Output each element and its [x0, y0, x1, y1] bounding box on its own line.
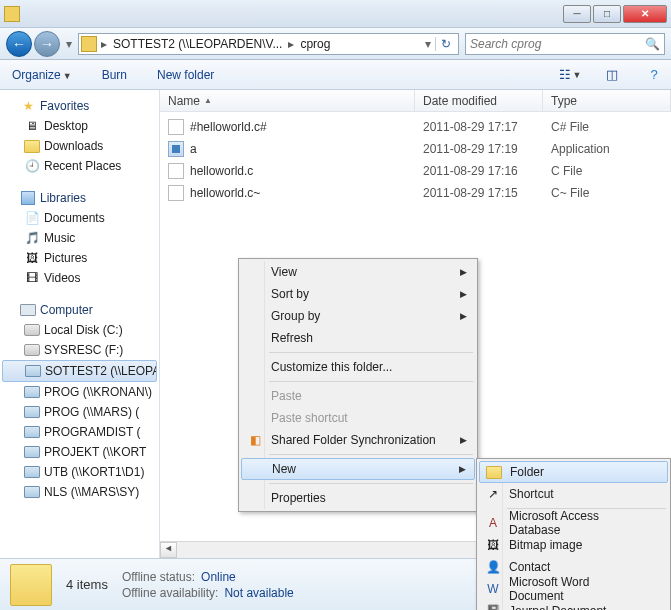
network-drive-icon [24, 384, 40, 400]
scroll-left-button[interactable]: ◄ [160, 542, 177, 558]
breadcrumb-segment[interactable]: SOTTEST2 (\\LEOPARDEN\V... [110, 37, 285, 51]
file-row[interactable]: helloworld.c 2011-08-29 17:16 C File [160, 160, 671, 182]
window-icon [4, 6, 20, 22]
minimize-button[interactable]: ─ [563, 5, 591, 23]
breadcrumb-sep-icon[interactable]: ▸ [285, 37, 297, 51]
maximize-button[interactable]: □ [593, 5, 621, 23]
ctx-customize[interactable]: Customize this folder... [241, 356, 475, 378]
address-dropdown-icon[interactable]: ▾ [421, 37, 435, 51]
refresh-icon[interactable]: ↻ [435, 37, 456, 51]
column-header-date[interactable]: Date modified [415, 90, 543, 111]
sidebar-group-computer[interactable]: Computer [2, 300, 157, 320]
sidebar-item-drive[interactable]: SYSRESC (F:) [2, 340, 157, 360]
file-row[interactable]: helloworld.c~ 2011-08-29 17:15 C~ File [160, 182, 671, 204]
sidebar-item-pictures[interactable]: 🖼Pictures [2, 248, 157, 268]
file-row[interactable]: #helloworld.c# 2011-08-29 17:17 C# File [160, 116, 671, 138]
ctx-shared-sync[interactable]: ◧Shared Folder Synchronization▶ [241, 429, 475, 451]
address-bar[interactable]: ▸ SOTTEST2 (\\LEOPARDEN\V... ▸ cprog ▾ ↻ [78, 33, 459, 55]
sidebar-item-drive[interactable]: NLS (\\MARS\SY) [2, 482, 157, 502]
sub-word[interactable]: WMicrosoft Word Document [479, 578, 668, 600]
ctx-separator [269, 483, 473, 484]
network-drive-icon [24, 484, 40, 500]
view-options-button[interactable]: ☷ ▼ [559, 65, 581, 85]
shortcut-icon: ↗ [485, 486, 501, 502]
new-submenu: Folder ↗Shortcut AMicrosoft Access Datab… [476, 458, 671, 610]
sort-asc-icon: ▲ [204, 96, 212, 105]
back-button[interactable]: ← [6, 31, 32, 57]
ctx-refresh[interactable]: Refresh [241, 327, 475, 349]
music-icon: 🎵 [24, 230, 40, 246]
sidebar-item-drive[interactable]: PROG (\\MARS) ( [2, 402, 157, 422]
status-value: Not available [224, 586, 293, 600]
sidebar-item-downloads[interactable]: Downloads [2, 136, 157, 156]
sidebar-item-drive[interactable]: Local Disk (C:) [2, 320, 157, 340]
file-type: C File [543, 163, 671, 179]
submenu-arrow-icon: ▶ [460, 289, 467, 299]
ctx-groupby[interactable]: Group by▶ [241, 305, 475, 327]
sidebar-item-videos[interactable]: 🎞Videos [2, 268, 157, 288]
sidebar-item-desktop[interactable]: 🖥Desktop [2, 116, 157, 136]
sidebar-item-recent[interactable]: 🕘Recent Places [2, 156, 157, 176]
new-folder-button[interactable]: New folder [151, 65, 220, 85]
ctx-view[interactable]: View▶ [241, 261, 475, 283]
search-icon[interactable]: 🔍 [645, 37, 660, 51]
ctx-properties[interactable]: Properties [241, 487, 475, 509]
recent-icon: 🕘 [24, 158, 40, 174]
folder-icon [81, 36, 97, 52]
help-button[interactable]: ? [643, 65, 665, 85]
submenu-arrow-icon: ▶ [460, 435, 467, 445]
sub-journal[interactable]: 📓Journal Document [479, 600, 668, 610]
disk-icon [24, 322, 40, 338]
submenu-arrow-icon: ▶ [459, 464, 466, 474]
desktop-icon: 🖥 [24, 118, 40, 134]
organize-button[interactable]: Organize▼ [6, 65, 78, 85]
app-icon [168, 141, 184, 157]
submenu-arrow-icon: ▶ [460, 311, 467, 321]
folder-large-icon [10, 564, 52, 606]
sidebar-group-favorites[interactable]: ★ Favorites [2, 96, 157, 116]
file-row[interactable]: a 2011-08-29 17:19 Application [160, 138, 671, 160]
forward-button[interactable]: → [34, 31, 60, 57]
sub-bitmap[interactable]: 🖼Bitmap image [479, 534, 668, 556]
file-date: 2011-08-29 17:15 [415, 185, 543, 201]
file-icon [168, 163, 184, 179]
sidebar-group-libraries[interactable]: Libraries [2, 188, 157, 208]
computer-icon [20, 302, 36, 318]
column-headers: Name▲ Date modified Type [160, 90, 671, 112]
preview-pane-button[interactable]: ◫ [601, 65, 623, 85]
access-icon: A [485, 515, 501, 531]
sidebar-item-drive[interactable]: SOTTEST2 (\\LEOPARDEN\VOL1\USERS\) [2, 360, 157, 382]
sub-access[interactable]: AMicrosoft Access Database [479, 512, 668, 534]
sub-shortcut[interactable]: ↗Shortcut [479, 483, 668, 505]
file-name: a [190, 142, 197, 156]
ctx-sortby[interactable]: Sort by▶ [241, 283, 475, 305]
file-type: C# File [543, 119, 671, 135]
file-date: 2011-08-29 17:17 [415, 119, 543, 135]
close-button[interactable]: ✕ [623, 5, 667, 23]
file-name: helloworld.c [190, 164, 253, 178]
sidebar-item-music[interactable]: 🎵Music [2, 228, 157, 248]
ctx-new[interactable]: New▶ [241, 458, 475, 480]
sidebar-item-drive[interactable]: UTB (\\KORT1\D1) [2, 462, 157, 482]
item-count: 4 items [66, 577, 108, 592]
search-input[interactable] [470, 37, 645, 51]
sidebar-item-drive[interactable]: PROJEKT (\\KORT [2, 442, 157, 462]
file-date: 2011-08-29 17:16 [415, 163, 543, 179]
column-header-type[interactable]: Type [543, 90, 671, 111]
sidebar-item-drive[interactable]: PROG (\\KRONAN\) [2, 382, 157, 402]
sub-folder[interactable]: Folder [479, 461, 668, 483]
folder-icon [486, 464, 502, 480]
column-header-name[interactable]: Name▲ [160, 90, 415, 111]
sidebar-item-documents[interactable]: 📄Documents [2, 208, 157, 228]
search-box[interactable]: 🔍 [465, 33, 665, 55]
toolbar: Organize▼ Burn New folder ☷ ▼ ◫ ? [0, 60, 671, 90]
breadcrumb-segment[interactable]: cprog [297, 37, 333, 51]
breadcrumb-sep-icon[interactable]: ▸ [98, 37, 110, 51]
nav-history-dropdown[interactable]: ▾ [62, 33, 76, 55]
burn-button[interactable]: Burn [96, 65, 133, 85]
sidebar-item-drive[interactable]: PROGRAMDIST ( [2, 422, 157, 442]
network-drive-icon [24, 404, 40, 420]
pictures-icon: 🖼 [24, 250, 40, 266]
network-drive-icon [25, 363, 41, 379]
bitmap-icon: 🖼 [485, 537, 501, 553]
